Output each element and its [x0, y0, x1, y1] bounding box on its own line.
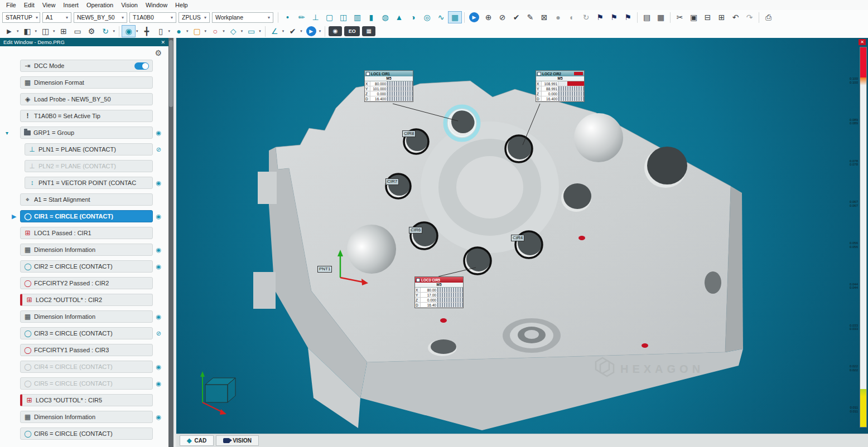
visibility-eye-icon[interactable]: ◉ — [156, 380, 161, 387]
workplane-dropdown[interactable]: Workplane ▾ — [212, 12, 273, 23]
sidebar-item-pln1[interactable]: ⊥ PLN1 = PLANE (CONTACT) — [25, 143, 153, 156]
visibility-eye-icon[interactable]: ◉ — [156, 313, 161, 320]
verify-button[interactable]: ✔▾ — [286, 25, 302, 37]
probe-remove-icon[interactable]: ⊘ — [495, 11, 509, 23]
report-grid-icon[interactable]: ▦ — [654, 11, 668, 23]
alignment-dropdown[interactable]: STARTUP ▾ — [2, 12, 40, 23]
pattern-icon[interactable]: ⊞ — [715, 11, 729, 23]
window-grid-icon[interactable]: ⊞ — [57, 25, 71, 37]
cone-icon[interactable]: ▲ — [392, 11, 406, 23]
feature-tag-cir8[interactable]: CIR8 — [402, 130, 416, 137]
line-icon[interactable]: ✏ — [295, 11, 308, 23]
cut-icon[interactable]: ✂ — [673, 11, 687, 23]
menu-item-view[interactable]: View — [38, 1, 60, 9]
refresh-icon[interactable]: ↻ — [579, 11, 593, 23]
visibility-eye-icon[interactable]: ◉ — [156, 179, 161, 187]
gage-button[interactable]: ▭▾ — [244, 25, 261, 37]
sidebar-item-fcfcirty1[interactable]: ◯ FCFCIRTY1 Passed : CIR3 — [20, 344, 153, 356]
square-slot-icon[interactable]: ◫ — [336, 11, 350, 23]
probe-add-icon[interactable]: ⊕ — [481, 11, 495, 23]
probe-dropdown[interactable]: NEW5_BY_50 ▾ — [74, 12, 127, 23]
axes-icon[interactable]: ╋ — [140, 25, 154, 37]
sidebar-item-pln2[interactable]: ⊥ PLN2 = PLANE (CONTACT) — [25, 160, 153, 172]
visibility-eye-icon[interactable]: ◉ — [156, 129, 161, 137]
redo-icon[interactable]: ↷ — [742, 11, 756, 23]
sphere-icon[interactable]: ◑ — [406, 11, 420, 23]
dimension-label-titlebar[interactable]: LOC3 CIR5 — [415, 277, 463, 283]
close-icon[interactable]: ✕ — [161, 40, 165, 45]
gear-icon[interactable]: ⚙ — [155, 48, 162, 57]
sidebar-item-loc3-outtol[interactable]: ⊞ LOC3 *OUTTOL* : CIR5 — [20, 394, 153, 406]
visibility-eye-off-icon[interactable]: ⊘ — [156, 146, 161, 153]
sidebar-item-set-active-tip[interactable]: ! T1A0B0 = Set Active Tip — [20, 110, 153, 122]
probe-file-button[interactable]: ◫▾ — [38, 25, 55, 37]
visibility-eye-icon[interactable]: ◉ — [156, 213, 161, 220]
sidebar-item-loc2-outtol[interactable]: ⊞ LOC2 *OUTTOL* : CIR2 — [20, 294, 153, 306]
sidebar-item-cir4[interactable]: ◯ CIR4 = CIRCLE (CONTACT) — [20, 361, 153, 373]
visibility-eye-icon[interactable]: ◉ — [156, 263, 161, 270]
delete-command-icon[interactable]: ⊠ — [537, 11, 551, 23]
cylinder-icon[interactable]: ◍ — [378, 11, 392, 23]
view-layout-button[interactable]: ▯▾ — [154, 25, 171, 37]
bookmark-icon[interactable]: ⚑ — [607, 11, 621, 23]
axis-dropdown[interactable]: A1 ▾ — [42, 12, 71, 23]
tolerance-button[interactable]: ○▾ — [208, 25, 225, 37]
feature-tag-cir6[interactable]: CIR6 — [409, 227, 422, 234]
half-view-icon[interactable]: ◐ — [565, 11, 579, 23]
menu-item-operation[interactable]: Operation — [83, 1, 117, 9]
workplane-axis-dropdown[interactable]: ZPLUS ▾ — [179, 12, 210, 23]
report-icon[interactable]: ▤ — [640, 11, 654, 23]
comment-icon[interactable]: ▭ — [71, 25, 85, 37]
run-button[interactable]: ▶▾ — [304, 26, 321, 36]
quick-feature-icon[interactable]: ▦ — [448, 11, 462, 23]
cad-view-button[interactable]: ◧▾ — [21, 25, 37, 37]
visibility-eye-icon[interactable]: ◉ — [156, 246, 161, 254]
rotate-button[interactable]: ↻▾ — [99, 25, 115, 37]
plane-icon[interactable]: ⊥ — [308, 11, 322, 23]
sidebar-item-cir2[interactable]: ◯ CIR2 = CIRCLE (CONTACT) — [20, 260, 153, 273]
eo-button[interactable]: EO — [344, 26, 360, 36]
surface-icon[interactable]: ▮ — [364, 11, 378, 23]
sidebar-item-cir6[interactable]: ◯ CIR6 = CIRCLE (CONTACT) — [20, 427, 153, 440]
sidebar-item-grp1-group[interactable]: GRP1 = Group — [20, 127, 153, 139]
analysis-button[interactable]: ◇▾ — [226, 25, 243, 37]
dimension-label-loc2[interactable]: LOC2 CIR2 M5 X 108.991 Y 88.991 Z 0.000 … — [536, 70, 585, 102]
copy-icon[interactable]: ▣ — [687, 11, 701, 23]
circle-icon[interactable]: ◎ — [420, 11, 434, 23]
dimension-label-titlebar[interactable]: LOC1 CIR1 — [365, 71, 413, 76]
curve-icon[interactable]: ∿ — [434, 11, 448, 23]
sidebar-item-start-alignment[interactable]: ⌖ A1 = Start Alignment — [20, 193, 153, 206]
probe-toggle-button[interactable]: ►▾ — [2, 25, 19, 37]
menu-item-edit[interactable]: Edit — [20, 1, 38, 9]
shaded-sphere-button[interactable]: ◉▾ — [122, 25, 138, 37]
dimension-label-loc3[interactable]: LOC3 CIR5 M5 X 80.00 Y 17.00 Z 0.000 D 1… — [414, 276, 464, 308]
tab-vision[interactable]: VISION — [216, 435, 259, 446]
shaded-view-icon[interactable]: ● — [551, 11, 565, 23]
tab-cad[interactable]: ◆ CAD — [180, 435, 214, 446]
sidebar-item-dimension-info-1[interactable]: ▦ Dimension Information — [20, 244, 153, 256]
dimension-label-loc1[interactable]: LOC1 CIR1 M5 X 80.000 Y 101.000 Z 0.000 … — [364, 70, 413, 102]
sidebar-item-cir5[interactable]: ◯ CIR5 = CIRCLE (CONTACT) — [20, 377, 153, 390]
sidebar-item-cir3[interactable]: ◯ CIR3 = CIRCLE (CONTACT) — [20, 327, 153, 339]
menu-item-vision[interactable]: Vision — [117, 1, 142, 9]
edit-command-icon[interactable]: ✎ — [523, 11, 537, 23]
confirm-icon[interactable]: ✔ — [509, 11, 523, 23]
sidebar-item-cir1-selected[interactable]: ◯ CIR1 = CIRCLE (CONTACT) — [20, 210, 153, 222]
menu-item-insert[interactable]: Insert — [59, 1, 83, 9]
edit-window-scrollbar[interactable] — [168, 38, 173, 447]
sidebar-item-pnt1[interactable]: ↕ PNT1 = VECTOR POINT (CONTAC — [25, 177, 153, 189]
view-orientation-cube[interactable] — [200, 371, 235, 415]
menu-item-file[interactable]: File — [2, 1, 20, 9]
camera-icon[interactable]: ◉ — [329, 26, 342, 36]
sidebar-item-dimension-format[interactable]: ▦ Dimension Format — [20, 76, 153, 89]
dimension-label-titlebar[interactable]: LOC2 CIR2 — [536, 71, 584, 76]
feature-tag-cir4[interactable]: CIR4 — [511, 235, 524, 241]
round-slot-icon[interactable]: ▢ — [322, 11, 336, 23]
bookmark-icon[interactable]: ⚑ — [593, 11, 607, 23]
feature-tag-cir7[interactable]: CIR7 — [385, 178, 399, 185]
bookmark-icon[interactable]: ⚑ — [621, 11, 635, 23]
visibility-eye-icon[interactable]: ◉ — [156, 414, 161, 421]
settings-icon[interactable]: ⚙ — [85, 25, 99, 37]
expander-icon[interactable]: ▾ — [6, 130, 8, 136]
visibility-eye-icon[interactable]: ◉ — [156, 363, 161, 371]
